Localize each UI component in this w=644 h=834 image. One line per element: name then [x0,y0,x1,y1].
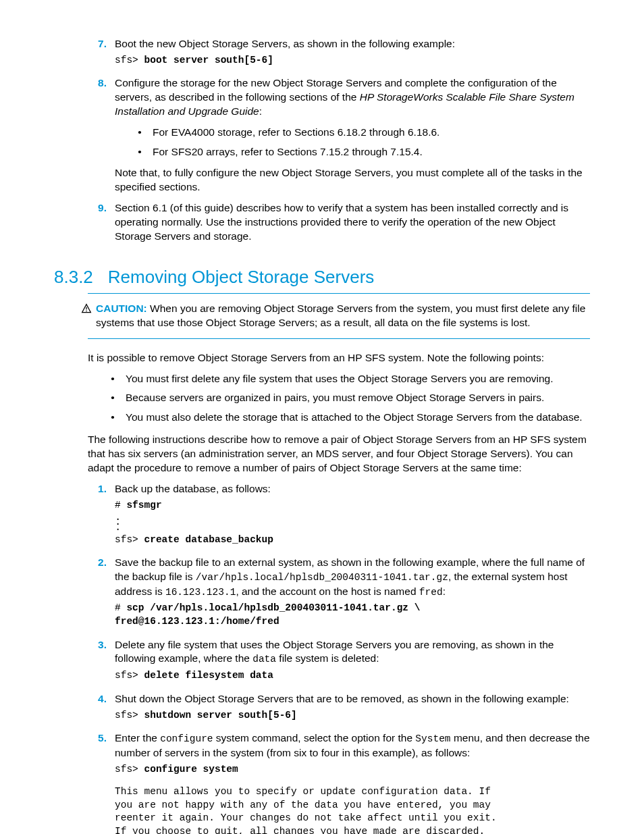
note-text: Note that, to fully configure the new Ob… [115,166,590,194]
step-body: Section 6.1 (of this guide) describes ho… [115,201,590,244]
caution-box: CAUTION: When you are removing Object St… [81,302,590,330]
code-line: sfs> create database_backup [115,533,590,547]
document-page: 7. Boot the new Object Storage Servers, … [0,0,644,834]
step-number: 3. [88,638,107,685]
section-title: Removing Object Storage Servers [108,265,375,289]
bullet-text: Because servers are organized in pairs, … [126,391,544,405]
step-text: Enter the configure system command, sele… [115,731,590,760]
step-body: Configure the storage for the new Object… [115,76,590,194]
svg-point-1 [86,311,87,312]
step-body: Save the backup file to an external syst… [115,556,590,631]
step-number: 2. [88,556,107,631]
step-8: 8. Configure the storage for the new Obj… [88,76,590,194]
divider [88,338,590,339]
vertical-dots: ... [115,515,590,531]
bullet-icon: • [108,411,117,425]
bullet-icon: • [135,126,144,140]
step-text: Boot the new Object Storage Servers, as … [115,37,590,51]
step-number: 8. [88,76,107,194]
bullet-icon: • [108,391,117,405]
step-body: Delete any file system that uses the Obj… [115,638,590,685]
command: boot server south[5-6] [138,55,273,66]
step-text: Configure the storage for the new Object… [115,76,590,119]
step-number: 7. [88,37,107,70]
code-line: sfs> delete filesystem data [115,669,590,683]
bullet-text: You must first delete any file system th… [126,372,554,386]
code-line: # sfsmgr [115,499,590,513]
code-line: sfs> configure system [115,763,590,777]
caution-icon [81,303,92,314]
code-block: # scp /var/hpls.local/hplsdb_200403011-1… [115,602,590,628]
rstep-2: 2. Save the backup file to an external s… [88,556,590,631]
step-body: Boot the new Object Storage Servers, as … [115,37,590,70]
bullet-item: • You must first delete any file system … [108,372,590,386]
caution-label: CAUTION: [96,303,147,314]
bullet-item: • For SFS20 arrays, refer to Sections 7.… [135,145,590,159]
step-7: 7. Boot the new Object Storage Servers, … [88,37,590,70]
instructions-intro: The following instructions describe how … [88,433,590,475]
page-footer: 8–22 Replacing, adding, and removing har… [54,831,393,834]
step-number: 4. [88,692,107,725]
bullet-text: For EVA4000 storage, refer to Sections 6… [153,126,439,140]
intro-text: It is possible to remove Object Storage … [88,351,590,365]
step-text: Back up the database, as follows: [115,482,590,496]
rstep-3: 3. Delete any file system that uses the … [88,638,590,685]
step-body: Shut down the Object Storage Servers tha… [115,692,590,725]
bullet-item: • Because servers are organized in pairs… [108,391,590,405]
step-text: Save the backup file to an external syst… [115,556,590,599]
caution-text: CAUTION: When you are removing Object St… [96,302,590,330]
rstep-1: 1. Back up the database, as follows: # s… [88,482,590,549]
bullet-item: • For EVA4000 storage, refer to Sections… [135,126,590,140]
divider [88,293,590,294]
rstep-5: 5. Enter the configure system command, s… [88,731,590,834]
step-text: Delete any file system that uses the Obj… [115,638,590,667]
output-block: This menu allows you to specify or updat… [115,785,590,834]
bullet-text: For SFS20 arrays, refer to Sections 7.15… [153,145,423,159]
rstep-4: 4. Shut down the Object Storage Servers … [88,692,590,725]
step-body: Back up the database, as follows: # sfsm… [115,482,590,549]
step-number: 5. [88,731,107,834]
code-line: sfs> shutdown server south[5-6] [115,709,590,723]
step-text: Shut down the Object Storage Servers tha… [115,692,590,706]
step-number: 1. [88,482,107,549]
code-line: sfs> boot server south[5-6] [115,54,590,68]
bullet-item: • You must also delete the storage that … [108,411,590,425]
step-text: Section 6.1 (of this guide) describes ho… [115,201,590,244]
section-number: 8.3.2 [54,265,93,289]
step-number: 9. [88,201,107,244]
bullet-icon: • [135,145,144,159]
prompt: sfs> [115,55,138,66]
step-body: Enter the configure system command, sele… [115,731,590,834]
bullet-text: You must also delete the storage that is… [126,411,583,425]
section-heading: 8.3.2 Removing Object Storage Servers [54,265,590,289]
points-list: • You must first delete any file system … [88,372,590,425]
bullet-icon: • [108,372,117,386]
step-9: 9. Section 6.1 (of this guide) describes… [88,201,590,244]
